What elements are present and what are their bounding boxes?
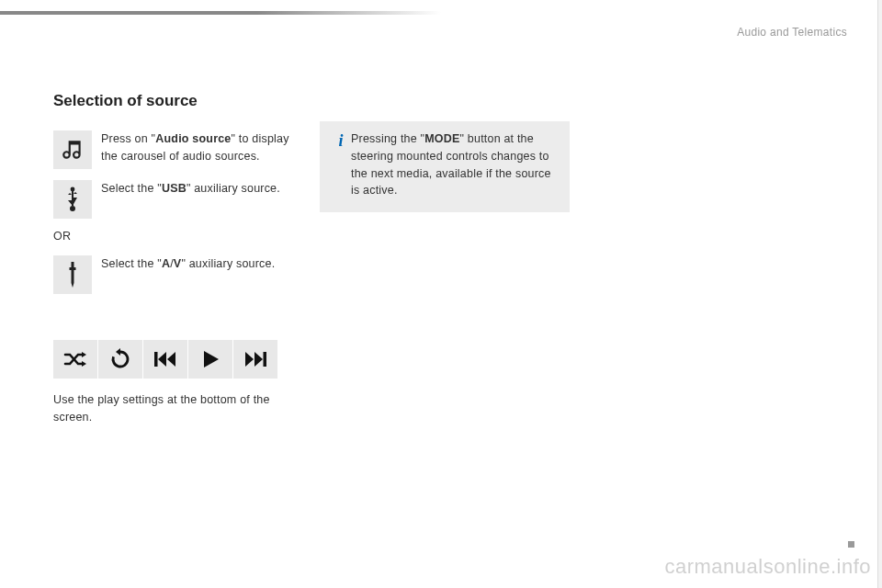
corner-marker: [848, 541, 854, 548]
page-title: Selection of source: [53, 92, 586, 110]
step-av-text: Select the "A/V" auxiliary source.: [101, 255, 275, 273]
svg-point-2: [70, 206, 75, 211]
usb-icon: [53, 180, 92, 219]
info-icon: i: [331, 130, 351, 151]
shuffle-icon: [53, 340, 97, 379]
music-note-icon: [53, 130, 92, 169]
watermark: carmanualsonline.info: [664, 555, 871, 579]
svg-rect-3: [72, 262, 74, 267]
aux-jack-icon: [53, 255, 92, 294]
next-track-icon: [233, 340, 277, 379]
section-label: Audio and Telematics: [737, 26, 847, 39]
or-separator: OR: [53, 230, 586, 243]
svg-rect-5: [72, 270, 74, 283]
bar-fade: [257, 11, 441, 15]
previous-track-icon: [143, 340, 187, 379]
page-edge: [877, 0, 882, 588]
bottom-caption: Use the play settings at the bottom of t…: [53, 391, 292, 426]
bar-solid: [0, 11, 257, 15]
play-controls-row: [53, 340, 586, 379]
step-audio-source-text: Press on "Audio source" to display the c…: [101, 130, 303, 165]
info-panel: i Pressing the "MODE" button at the stee…: [320, 121, 570, 212]
step-av: Select the "A/V" auxiliary source.: [53, 255, 586, 294]
step-usb-text: Select the "USB" auxiliary source.: [101, 180, 280, 198]
svg-rect-6: [154, 352, 158, 367]
svg-rect-7: [264, 352, 267, 367]
svg-rect-4: [70, 267, 76, 270]
repeat-icon: [98, 340, 142, 379]
top-accent-bar: [0, 11, 882, 15]
info-text: Pressing the "MODE" button at the steeri…: [351, 130, 559, 199]
play-icon: [188, 340, 232, 379]
